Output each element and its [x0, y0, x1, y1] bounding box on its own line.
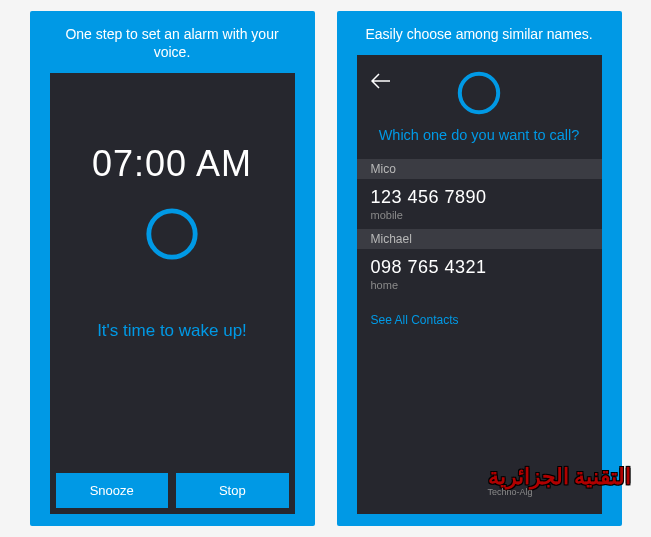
- call-prompt: Which one do you want to call?: [379, 127, 580, 143]
- contact-type: home: [371, 279, 588, 291]
- wake-message: It's time to wake up!: [97, 321, 247, 341]
- caption-call: Easily choose among similar names.: [345, 25, 612, 55]
- contact-name: Michael: [357, 229, 602, 249]
- contact-number: 123 456 7890: [371, 187, 588, 208]
- contact-item[interactable]: 123 456 7890 mobile: [357, 179, 602, 229]
- see-all-contacts-link[interactable]: See All Contacts: [357, 299, 602, 341]
- phone-frame-call: Easily choose among similar names. Which…: [337, 11, 622, 526]
- cortana-ring-icon: [455, 69, 503, 117]
- contact-item[interactable]: 098 765 4321 home: [357, 249, 602, 299]
- screen-alarm: 07:00 AM It's time to wake up! Snooze St…: [50, 73, 295, 514]
- screen-call: Which one do you want to call? Mico 123 …: [357, 55, 602, 514]
- cortana-ring-icon: [143, 205, 201, 263]
- alarm-body: 07:00 AM It's time to wake up!: [50, 73, 295, 467]
- svg-point-1: [460, 74, 498, 112]
- phone-frame-alarm: One step to set an alarm with your voice…: [30, 11, 315, 526]
- svg-point-0: [149, 211, 195, 257]
- call-header: Which one do you want to call?: [357, 55, 602, 159]
- snooze-button[interactable]: Snooze: [56, 473, 169, 508]
- contact-number: 098 765 4321: [371, 257, 588, 278]
- alarm-button-row: Snooze Stop: [50, 467, 295, 514]
- contact-name: Mico: [357, 159, 602, 179]
- stop-button[interactable]: Stop: [176, 473, 289, 508]
- caption-alarm: One step to set an alarm with your voice…: [30, 25, 315, 73]
- back-arrow-icon[interactable]: [371, 71, 391, 94]
- alarm-time: 07:00 AM: [92, 143, 252, 185]
- contact-type: mobile: [371, 209, 588, 221]
